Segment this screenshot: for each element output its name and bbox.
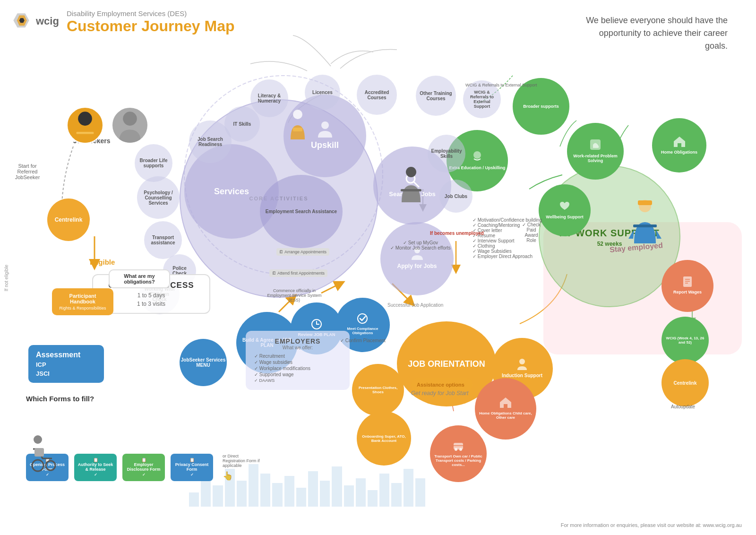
attend-appointments: 🗓 Attend first Appointments [269, 269, 327, 277]
centrelink-right-label: Centrelink [672, 379, 699, 388]
induction-icon [515, 358, 529, 371]
job-clubs-label: Job Clubs [445, 194, 467, 199]
workproblem-icon [588, 138, 602, 152]
form-3-label: Employer Disclosure Form [125, 462, 162, 472]
workproblem-bubble[interactable]: Work-related Problem Solving [567, 123, 624, 180]
licences-bubble: Licences [305, 75, 340, 110]
employers-subtitle: What we offer: [254, 345, 341, 350]
compliance-icon [357, 313, 369, 325]
homeoblig-label: Home Obligations [659, 148, 699, 156]
employer-item-1: ✓ Recruitment [254, 353, 341, 359]
other-training-label: Other Training Courses [420, 91, 452, 101]
employer-item-3: ✓ Workplace modifications [254, 365, 341, 371]
onboarding-label: Onboarding Super, ATO, Bank Account [357, 432, 411, 445]
svg-point-4 [321, 121, 329, 129]
logo-text: wcig [36, 15, 59, 27]
jobseeker-menu[interactable]: JobSeeker Services MENU [180, 339, 227, 386]
broader-life-label: Broader Life supports [138, 158, 169, 168]
esa-bubble[interactable]: Employment Search Assistance [260, 175, 343, 248]
jobseeker-menu-label: JobSeeker Services MENU [180, 357, 227, 368]
form-1-label: Opening Process Form [29, 462, 66, 472]
commence-ess: Commence officially in Employment Servic… [264, 288, 325, 302]
form-2-label: Authority to Seek & Release [77, 462, 114, 472]
apply-label: Apply for Jobs [395, 261, 438, 271]
handbook-subtitle: Rights & Responsibilities [58, 306, 108, 311]
avatar-1-illustration [68, 108, 103, 143]
employer-item-4: ✓ Supported wage [254, 371, 341, 378]
avatar-2 [111, 106, 149, 144]
form-3-icon: 📋 [125, 457, 162, 462]
extra-edu-icon [470, 149, 484, 164]
upskill-label: Upskill [309, 138, 341, 152]
opening-process-visits: 1 to 3 visits [101, 301, 202, 307]
onboarding-bubble[interactable]: Onboarding Super, ATO, Bank Account [357, 411, 411, 466]
reportwages-bubble[interactable]: Report Wages [662, 260, 713, 312]
handbook-title: Participant Handbook [58, 293, 108, 304]
search-icon [404, 172, 421, 189]
form-1-icon: 📋 [29, 457, 66, 462]
employer-item-5: ✓ DAAWS [254, 378, 341, 383]
atwork-52-label: 52 weeks [597, 241, 622, 247]
broader-label: Broader supports [521, 102, 561, 111]
centrelink-left-bubble[interactable]: Centrelink [47, 198, 90, 241]
homeoblig-bubble[interactable]: Home Obligations [652, 118, 706, 173]
form-opening-process[interactable]: 📋 Opening Process Form ✓ [26, 454, 69, 481]
employability-label: Employability Skills [431, 148, 462, 159]
employer-item-2: ✓ Wage subsidies [254, 359, 341, 365]
accredited-label: Accredited Courses [361, 90, 393, 100]
logo-area: wcig [9, 9, 59, 33]
which-forms-box: Which Forms to fill? [26, 395, 94, 403]
icp-label: ICP [36, 361, 96, 368]
assessment-title: Assessment [36, 351, 96, 359]
wellbeing-bubble[interactable]: Wellbeing Support [539, 184, 591, 236]
title-area: Disability Employment Services (DES) Cus… [67, 9, 235, 35]
footer-text: For more information or enquiries, pleas… [561, 522, 742, 528]
obligations-label: What are my obligations? [124, 273, 155, 285]
psych-label: Psychology / Counselling Services [141, 190, 176, 206]
wcig-referral-label: WCIG & Referrals to External Support [467, 90, 497, 109]
reportwages-icon [681, 276, 694, 288]
handbook-box: Participant Handbook Rights & Responsibi… [52, 288, 113, 315]
wellbeing-label: Wellbeing Support [544, 213, 585, 221]
form-employer-disclosure[interactable]: 📋 Employer Disclosure Form ✓ [122, 454, 165, 481]
job-readiness-label: Job Search Readiness [193, 137, 228, 147]
form-authority[interactable]: 📋 Authority to Seek & Release ✓ [74, 454, 117, 481]
svg-point-14 [455, 448, 457, 451]
workproblem-label: Work-related Problem Solving [567, 152, 624, 165]
presentation-label: Presentation Clothes, Shoes [352, 384, 404, 396]
it-skills-label: IT Skills [233, 121, 251, 127]
wcig-referral-label-text: WCIG & Referrals to External Support [465, 83, 537, 87]
svg-point-9 [358, 314, 367, 323]
skyline [189, 459, 425, 507]
services-label: Services [212, 185, 251, 198]
becomes-unemployed-label: If becomes unemployed [430, 231, 484, 236]
orientation-label: JOB ORIENTATION [406, 357, 487, 371]
centrelink-right-bubble[interactable]: Centrelink [662, 359, 709, 406]
svg-point-15 [459, 448, 462, 451]
wcig-label: WCIG (Week 4, 13, 26 and 52) [662, 334, 709, 346]
transport-bubble[interactable]: Transport Own car / Public Transport cos… [430, 425, 487, 482]
centrelink-left-label: Centrelink [55, 216, 83, 223]
arrange-appointments: 🗓 Arrange Appointments [276, 248, 329, 256]
svg-rect-21 [77, 132, 94, 134]
employers-box: EMPLOYERS What we offer: ✓ Recruitment ✓… [246, 331, 350, 390]
esa-label: Employment Search Assistance [264, 207, 339, 216]
licences-label: Licences [312, 90, 333, 95]
svg-point-30 [34, 435, 42, 444]
wcig-logo-icon [9, 9, 33, 33]
svg-point-22 [123, 112, 137, 126]
assessment-box: Assessment ICP JSCI [28, 345, 104, 383]
header: wcig Disability Employment Services (DES… [9, 9, 235, 35]
svg-point-12 [473, 151, 481, 159]
check-paid-label: ✓ Check Paid Award Role [522, 222, 541, 243]
wcig-bubble[interactable]: WCIG (Week 4, 13, 26 and 52) [662, 317, 709, 364]
home-assist-bubble[interactable]: Home Obligations Child care, Other care [475, 378, 536, 440]
main-title: Customer Journey Map [67, 17, 235, 35]
wellbeing-icon [558, 199, 571, 213]
opening-process-days: 1 to 5 days [101, 292, 202, 299]
transport-label: Transport Own car / Public Transport cos… [430, 452, 487, 469]
svg-line-6 [414, 182, 419, 187]
diagram: CORE ACTIVITIES Services Employment Sear… [0, 38, 756, 521]
upskill-icon [316, 120, 335, 138]
presentation-bubble[interactable]: Presentation Clothes, Shoes [352, 364, 404, 416]
